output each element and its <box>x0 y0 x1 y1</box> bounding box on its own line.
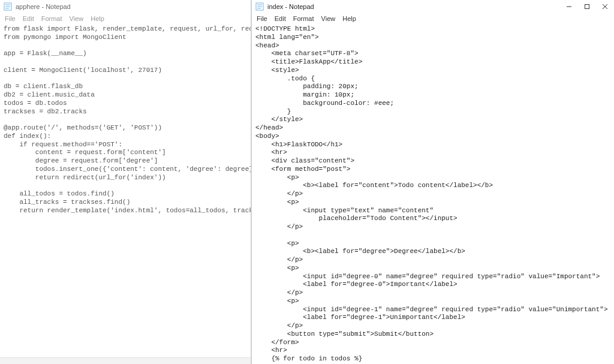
menu-edit[interactable]: Edit <box>275 15 286 22</box>
close-icon <box>602 4 608 10</box>
svg-rect-9 <box>585 5 589 9</box>
menu-edit[interactable]: Edit <box>23 15 34 22</box>
menu-view[interactable]: View <box>321 15 336 22</box>
editor-area-left[interactable]: from flask import Flask, render_template… <box>0 24 251 364</box>
maximize-button[interactable] <box>578 0 596 13</box>
titlebar-left[interactable]: apphere - Notepad <box>0 0 251 13</box>
notepad-window-right[interactable]: index - Notepad File Edit Format View He… <box>251 0 614 364</box>
editor-area-right[interactable]: <!DOCTYPE html> <html lang="en"> <head> … <box>252 24 614 364</box>
menu-format[interactable]: Format <box>41 15 62 22</box>
minimize-icon <box>566 4 572 10</box>
notepad-window-left[interactable]: apphere - Notepad File Edit Format View … <box>0 0 251 364</box>
menubar-right: File Edit Format View Help <box>252 13 614 24</box>
notepad-icon <box>4 2 12 11</box>
close-button[interactable] <box>596 0 614 13</box>
minimize-button[interactable] <box>560 0 578 13</box>
menu-format[interactable]: Format <box>293 15 314 22</box>
menu-help[interactable]: Help <box>342 15 356 22</box>
titlebar-right[interactable]: index - Notepad <box>252 0 614 13</box>
desktop: apphere - Notepad File Edit Format View … <box>0 0 614 364</box>
window-title-left: apphere - Notepad <box>16 3 71 10</box>
code-text-right[interactable]: <!DOCTYPE html> <html lang="en"> <head> … <box>255 25 610 364</box>
window-controls <box>560 0 614 13</box>
code-text-left[interactable]: from flask import Flask, render_template… <box>4 25 247 215</box>
window-title-right: index - Notepad <box>267 3 314 10</box>
menu-view[interactable]: View <box>70 15 84 22</box>
menu-help[interactable]: Help <box>91 15 104 22</box>
notepad-icon <box>255 2 264 11</box>
menu-file[interactable]: File <box>5 15 16 22</box>
maximize-icon <box>584 4 590 10</box>
menu-file[interactable]: File <box>257 15 267 22</box>
menubar-left: File Edit Format View Help <box>0 13 251 24</box>
